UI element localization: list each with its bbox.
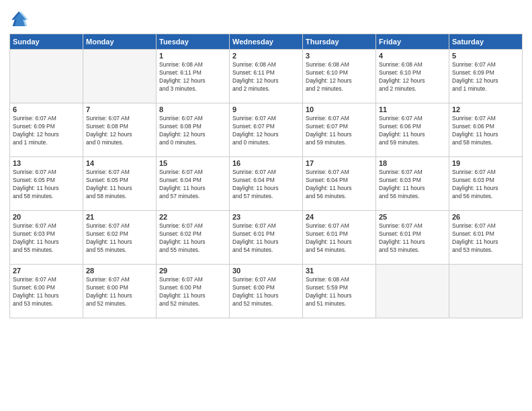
day-info: Sunrise: 6:08 AM Sunset: 5:59 PM Dayligh… (306, 276, 373, 308)
day-number: 7 (86, 105, 153, 113)
day-info: Sunrise: 6:07 AM Sunset: 6:04 PM Dayligh… (306, 169, 373, 201)
day-number: 3 (306, 52, 373, 60)
day-info: Sunrise: 6:07 AM Sunset: 6:03 PM Dayligh… (452, 169, 519, 201)
week-row-4: 20Sunrise: 6:07 AM Sunset: 6:03 PM Dayli… (10, 211, 523, 265)
header-cell-monday: Monday (83, 34, 157, 50)
day-info: Sunrise: 6:07 AM Sunset: 6:04 PM Dayligh… (232, 169, 300, 201)
day-number: 26 (452, 213, 519, 221)
day-info: Sunrise: 6:07 AM Sunset: 6:03 PM Dayligh… (379, 169, 446, 201)
day-cell: 19Sunrise: 6:07 AM Sunset: 6:03 PM Dayli… (449, 157, 523, 211)
day-number: 15 (159, 159, 226, 167)
day-cell: 22Sunrise: 6:07 AM Sunset: 6:02 PM Dayli… (157, 211, 230, 265)
day-number: 12 (452, 105, 519, 113)
day-number: 30 (232, 267, 300, 275)
day-number: 11 (379, 105, 446, 113)
day-cell: 14Sunrise: 6:07 AM Sunset: 6:05 PM Dayli… (83, 157, 157, 211)
day-number: 29 (159, 267, 226, 275)
day-info: Sunrise: 6:07 AM Sunset: 6:02 PM Dayligh… (86, 222, 153, 255)
calendar: SundayMondayTuesdayWednesdayThursdayFrid… (9, 34, 523, 318)
day-cell (83, 50, 157, 103)
day-info: Sunrise: 6:07 AM Sunset: 6:03 PM Dayligh… (13, 222, 80, 255)
day-info: Sunrise: 6:07 AM Sunset: 6:05 PM Dayligh… (86, 169, 153, 201)
day-info: Sunrise: 6:07 AM Sunset: 6:04 PM Dayligh… (159, 169, 226, 201)
header-cell-sunday: Sunday (10, 34, 83, 50)
header-row: SundayMondayTuesdayWednesdayThursdayFrid… (10, 34, 523, 50)
day-number: 31 (306, 267, 373, 275)
day-cell: 31Sunrise: 6:08 AM Sunset: 5:59 PM Dayli… (303, 265, 376, 318)
day-info: Sunrise: 6:07 AM Sunset: 6:07 PM Dayligh… (306, 115, 373, 147)
day-number: 24 (306, 213, 373, 221)
day-cell (449, 265, 523, 318)
day-info: Sunrise: 6:08 AM Sunset: 6:11 PM Dayligh… (159, 61, 226, 93)
day-cell: 21Sunrise: 6:07 AM Sunset: 6:02 PM Dayli… (83, 211, 157, 265)
day-info: Sunrise: 6:08 AM Sunset: 6:10 PM Dayligh… (306, 61, 373, 93)
header-cell-tuesday: Tuesday (157, 34, 230, 50)
week-row-3: 13Sunrise: 6:07 AM Sunset: 6:05 PM Dayli… (10, 157, 523, 211)
day-number: 8 (159, 105, 226, 113)
day-info: Sunrise: 6:07 AM Sunset: 6:00 PM Dayligh… (86, 276, 153, 308)
week-row-1: 1Sunrise: 6:08 AM Sunset: 6:11 PM Daylig… (10, 50, 523, 103)
day-info: Sunrise: 6:08 AM Sunset: 6:11 PM Dayligh… (232, 61, 300, 93)
day-info: Sunrise: 6:07 AM Sunset: 6:00 PM Dayligh… (232, 276, 300, 308)
day-number: 18 (379, 159, 446, 167)
day-cell: 8Sunrise: 6:07 AM Sunset: 6:08 PM Daylig… (157, 103, 230, 157)
day-number: 21 (86, 213, 153, 221)
day-number: 28 (86, 267, 153, 275)
day-cell: 4Sunrise: 6:08 AM Sunset: 6:10 PM Daylig… (376, 50, 449, 103)
day-cell: 18Sunrise: 6:07 AM Sunset: 6:03 PM Dayli… (376, 157, 449, 211)
day-cell: 9Sunrise: 6:07 AM Sunset: 6:07 PM Daylig… (230, 103, 303, 157)
day-info: Sunrise: 6:07 AM Sunset: 6:01 PM Dayligh… (232, 222, 300, 255)
day-cell (10, 50, 83, 103)
header-cell-thursday: Thursday (303, 34, 376, 50)
day-cell: 2Sunrise: 6:08 AM Sunset: 6:11 PM Daylig… (230, 50, 303, 103)
day-cell: 1Sunrise: 6:08 AM Sunset: 6:11 PM Daylig… (157, 50, 230, 103)
day-info: Sunrise: 6:08 AM Sunset: 6:10 PM Dayligh… (379, 61, 446, 93)
day-number: 2 (232, 52, 300, 60)
day-number: 17 (306, 159, 373, 167)
day-info: Sunrise: 6:07 AM Sunset: 6:08 PM Dayligh… (159, 115, 226, 147)
day-number: 27 (13, 267, 80, 275)
logo (9, 9, 31, 28)
header-cell-wednesday: Wednesday (230, 34, 303, 50)
day-info: Sunrise: 6:07 AM Sunset: 6:02 PM Dayligh… (159, 222, 226, 255)
day-number: 6 (13, 105, 80, 113)
day-cell: 30Sunrise: 6:07 AM Sunset: 6:00 PM Dayli… (230, 265, 303, 318)
day-cell: 29Sunrise: 6:07 AM Sunset: 6:00 PM Dayli… (157, 265, 230, 318)
day-info: Sunrise: 6:07 AM Sunset: 6:06 PM Dayligh… (379, 115, 446, 147)
day-number: 9 (232, 105, 300, 113)
day-cell (376, 265, 449, 318)
day-number: 4 (379, 52, 446, 60)
day-info: Sunrise: 6:07 AM Sunset: 6:09 PM Dayligh… (13, 115, 80, 147)
day-info: Sunrise: 6:07 AM Sunset: 6:08 PM Dayligh… (86, 115, 153, 147)
day-number: 16 (232, 159, 300, 167)
day-info: Sunrise: 6:07 AM Sunset: 6:05 PM Dayligh… (13, 169, 80, 201)
day-cell: 5Sunrise: 6:07 AM Sunset: 6:09 PM Daylig… (449, 50, 523, 103)
day-info: Sunrise: 6:07 AM Sunset: 6:09 PM Dayligh… (452, 61, 519, 93)
week-row-5: 27Sunrise: 6:07 AM Sunset: 6:00 PM Dayli… (10, 265, 523, 318)
day-cell: 6Sunrise: 6:07 AM Sunset: 6:09 PM Daylig… (10, 103, 83, 157)
day-cell: 10Sunrise: 6:07 AM Sunset: 6:07 PM Dayli… (303, 103, 376, 157)
day-info: Sunrise: 6:07 AM Sunset: 6:00 PM Dayligh… (159, 276, 226, 308)
day-cell: 7Sunrise: 6:07 AM Sunset: 6:08 PM Daylig… (83, 103, 157, 157)
day-info: Sunrise: 6:07 AM Sunset: 6:01 PM Dayligh… (452, 222, 519, 255)
day-cell: 25Sunrise: 6:07 AM Sunset: 6:01 PM Dayli… (376, 211, 449, 265)
day-cell: 24Sunrise: 6:07 AM Sunset: 6:01 PM Dayli… (303, 211, 376, 265)
logo-icon (9, 9, 28, 28)
week-row-2: 6Sunrise: 6:07 AM Sunset: 6:09 PM Daylig… (10, 103, 523, 157)
day-cell: 27Sunrise: 6:07 AM Sunset: 6:00 PM Dayli… (10, 265, 83, 318)
day-cell: 20Sunrise: 6:07 AM Sunset: 6:03 PM Dayli… (10, 211, 83, 265)
day-number: 25 (379, 213, 446, 221)
day-number: 19 (452, 159, 519, 167)
day-cell: 26Sunrise: 6:07 AM Sunset: 6:01 PM Dayli… (449, 211, 523, 265)
day-number: 20 (13, 213, 80, 221)
svg-marker-1 (13, 11, 28, 26)
day-info: Sunrise: 6:07 AM Sunset: 6:00 PM Dayligh… (13, 276, 80, 308)
day-cell: 13Sunrise: 6:07 AM Sunset: 6:05 PM Dayli… (10, 157, 83, 211)
day-number: 10 (306, 105, 373, 113)
day-number: 23 (232, 213, 300, 221)
day-cell: 11Sunrise: 6:07 AM Sunset: 6:06 PM Dayli… (376, 103, 449, 157)
day-cell: 17Sunrise: 6:07 AM Sunset: 6:04 PM Dayli… (303, 157, 376, 211)
day-number: 1 (159, 52, 226, 60)
day-number: 14 (86, 159, 153, 167)
day-cell: 15Sunrise: 6:07 AM Sunset: 6:04 PM Dayli… (157, 157, 230, 211)
